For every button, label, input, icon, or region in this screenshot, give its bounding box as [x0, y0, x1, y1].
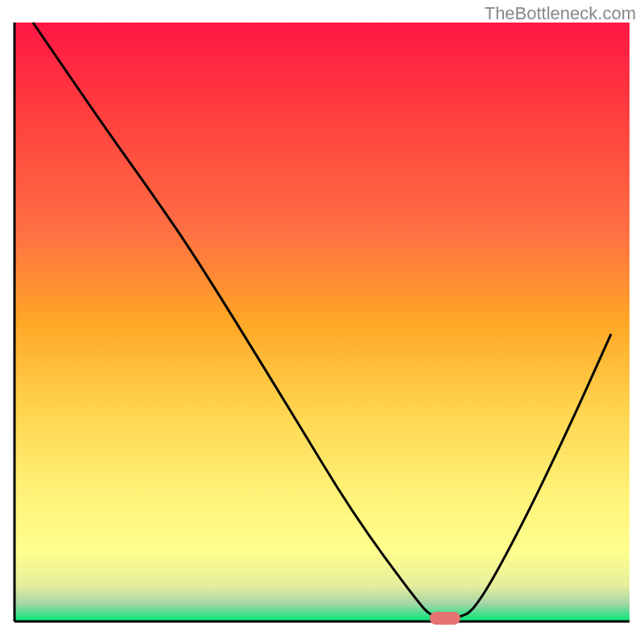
- optimal-marker: [430, 612, 460, 625]
- chart-svg: [0, 0, 644, 644]
- watermark-text: TheBottleneck.com: [485, 3, 636, 24]
- plot-background: [14, 23, 630, 621]
- chart-container: TheBottleneck.com: [0, 0, 644, 644]
